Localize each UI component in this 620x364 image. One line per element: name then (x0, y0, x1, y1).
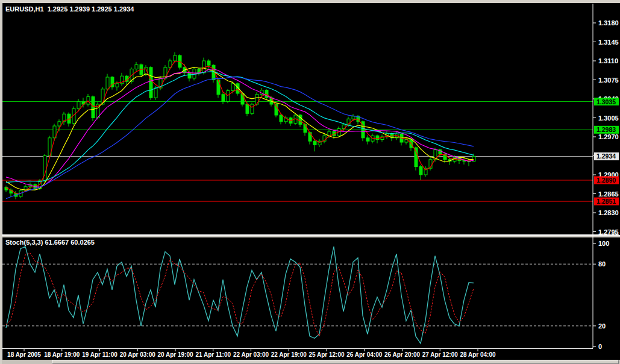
candle (381, 134, 384, 142)
time-axis-label: 27 Apr 12:00 (422, 351, 459, 358)
time-axis-label: 26 Apr 20:00 (384, 351, 421, 358)
price-tick-label: 1.3180 (598, 19, 619, 27)
candle (251, 102, 254, 115)
time-axis-label: 19 Apr 11:00 (82, 351, 117, 358)
indicator-label: Stoch(5,3,3) 61.6667 60.0265 (5, 239, 95, 246)
candle-body (280, 115, 283, 122)
chart-window: 1.31801.31451.31101.30751.30401.30051.29… (0, 0, 620, 364)
time-scale[interactable]: 18 Apr 200518 Apr 19:0019 Apr 11:0020 Ap… (7, 349, 496, 358)
candle (313, 139, 316, 152)
candle (424, 166, 427, 177)
price-tick-label: 1.2865 (598, 190, 619, 198)
time-axis-label: 25 Apr 12:00 (308, 351, 345, 358)
candle-body (313, 141, 316, 145)
price-tick-label: 1.2830 (598, 209, 619, 216)
candle-body (149, 67, 152, 98)
time-axis-label: 20 Apr 03:00 (120, 351, 156, 358)
candle (63, 112, 66, 125)
candle-body (352, 116, 355, 119)
price-tick-label: 1.3145 (598, 39, 619, 46)
price-tick-label: 1.2970 (598, 133, 619, 140)
candle (429, 157, 432, 171)
horizontal-scrollbar[interactable] (2, 360, 620, 364)
candle (284, 116, 287, 124)
candle-body (255, 95, 258, 104)
ma-slower-line (6, 72, 474, 183)
ma-medium-line (6, 67, 474, 190)
candle-body (106, 77, 109, 89)
time-axis-label: 18 Apr 2005 (7, 351, 41, 358)
candle (212, 64, 215, 83)
candle (318, 139, 321, 148)
price-tick-label: 1.3075 (598, 77, 619, 84)
price-label-box-text: 1.2983 (597, 126, 616, 133)
candle (111, 76, 114, 90)
stoch-main-line (6, 246, 474, 344)
time-axis-label: 22 Apr 19:00 (271, 351, 307, 358)
candle (121, 73, 124, 86)
candle-body (217, 80, 220, 95)
indicator-scale[interactable]: 10080200 (593, 240, 609, 350)
indicator-pane[interactable] (2, 246, 593, 344)
candle (92, 96, 95, 121)
main-chart-pane[interactable] (2, 52, 593, 202)
candle (222, 92, 225, 104)
candle-body (308, 133, 312, 141)
candle-body (116, 84, 119, 87)
candle-body (227, 91, 230, 102)
candle (419, 165, 422, 180)
time-axis-label: 21 Apr 11:00 (195, 351, 231, 358)
candle (400, 133, 403, 146)
candle-body (419, 167, 422, 175)
indicator-tick-label: 100 (598, 240, 609, 247)
time-axis-label: 28 Apr 04:00 (460, 351, 496, 358)
candle-body (304, 124, 307, 133)
time-axis-label: 26 Apr 04:00 (346, 351, 383, 358)
price-label-box-text: 1.2851 (597, 198, 616, 205)
candle-body (328, 131, 331, 136)
candle (140, 64, 143, 78)
candle-body (58, 122, 61, 126)
candle (135, 62, 138, 72)
candle-body (174, 55, 177, 61)
chart-canvas[interactable]: 1.31801.31451.31101.30751.30401.30051.29… (0, 0, 620, 364)
candle (227, 89, 230, 103)
candle-body (87, 96, 90, 104)
candle-body (145, 67, 148, 75)
ma-fast-line (6, 61, 474, 193)
candle-body (135, 64, 138, 69)
price-label-box-text: 1.3035 (597, 98, 616, 105)
indicator-tick-label: 80 (598, 260, 606, 268)
price-scale[interactable]: 1.31801.31451.31101.30751.30401.30051.29… (593, 19, 619, 236)
scrollbar-thumb[interactable] (52, 360, 619, 364)
chart-title: EURUSD,H1 1.2925 1.2939 1.2925 1.2934 (5, 5, 134, 13)
candle (48, 136, 51, 158)
candle (5, 186, 8, 192)
time-axis-label: 20 Apr 19:00 (157, 351, 193, 358)
candle (43, 154, 46, 183)
candle-body (231, 84, 234, 91)
candle-body (92, 96, 95, 118)
candle (149, 66, 152, 100)
candle (366, 135, 369, 144)
candle (87, 94, 90, 107)
candle-body (222, 95, 225, 102)
candle-body (246, 104, 249, 113)
candle-body (154, 88, 157, 98)
time-axis-label: 22 Apr 03:00 (233, 351, 269, 358)
candle-body (366, 138, 369, 141)
indicator-tick-label: 0 (598, 343, 602, 350)
candle-body (251, 104, 254, 113)
ma-slow-line (6, 69, 474, 187)
price-tick-label: 1.2795 (598, 228, 619, 236)
price-label-box-text: 1.2890 (597, 177, 616, 184)
indicator-tick-label: 20 (598, 322, 606, 330)
candle (289, 117, 292, 126)
time-axis-label: 18 Apr 19:00 (44, 351, 80, 358)
price-label-box-text: 1.2934 (597, 152, 616, 160)
candle-body (188, 73, 191, 78)
price-tick-label: 1.3005 (598, 115, 619, 122)
candle (323, 134, 326, 143)
candle-body (207, 61, 210, 65)
candle (275, 103, 278, 117)
